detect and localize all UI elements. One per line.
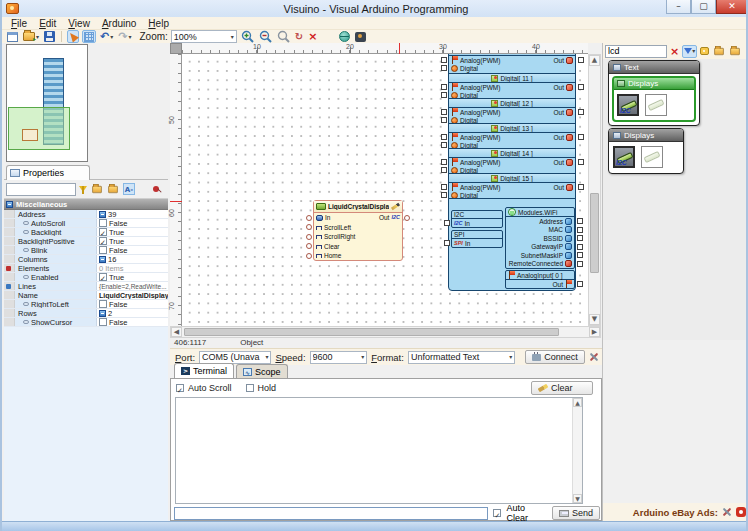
pin-scrollleft[interactable]: ScrollLeft — [324, 224, 351, 231]
scroll-thumb[interactable] — [184, 328, 559, 336]
digital-channel-block[interactable]: Digital[ 12 ] Analog(PWM)Out Digital — [448, 98, 576, 124]
checkbox-autoscroll-terminal[interactable] — [176, 384, 184, 392]
lcd-header[interactable]: LiquidCrystalDisplay1 — [314, 201, 402, 213]
pin-gatewayip[interactable]: GatewayIP — [531, 243, 563, 250]
pin-analog-pwm[interactable]: Analog(PWM) — [460, 84, 500, 91]
port-select[interactable]: COM5 (Unava▾ — [199, 351, 271, 364]
digital-channel-block[interactable]: Digital[ 11 ] Analog(PWM)Out Digital — [448, 73, 576, 99]
component-lcd[interactable] — [641, 146, 663, 168]
pin-panel-button[interactable] — [138, 183, 160, 196]
pin-out[interactable]: Out — [554, 184, 564, 191]
pin-analog-pwm[interactable]: Analog(PWM) — [460, 109, 500, 116]
pin-in[interactable]: In — [325, 214, 330, 221]
component-lcd[interactable] — [645, 94, 667, 116]
digital-channel-block[interactable]: Digital[ 14 ] Analog(PWM)Out Digital — [448, 148, 576, 174]
lcd-pin-row[interactable]: Clear — [314, 242, 402, 252]
serial-tools-icon[interactable] — [589, 352, 598, 362]
terminal-output[interactable]: ▲ ▼ — [175, 397, 583, 504]
design-canvas[interactable]: LiquidCrystalDisplay1 In Out I2C ScrollL… — [182, 54, 588, 326]
scroll-up-arrow[interactable]: ▲ — [589, 55, 600, 66]
tag-view-button[interactable] — [699, 45, 710, 58]
collapse-group-icon[interactable] — [6, 201, 13, 208]
zoom-out-button[interactable] — [258, 30, 273, 43]
canvas-vertical-scrollbar[interactable]: ▲ ▼ — [588, 54, 601, 326]
pin-out[interactable]: Out — [554, 84, 564, 91]
scroll-thumb[interactable] — [590, 193, 599, 273]
pin-address[interactable]: Address — [539, 218, 563, 225]
spi-subblock[interactable]: SPI SPIIn — [451, 230, 503, 248]
property-group-header[interactable]: Miscellaneous — [4, 199, 168, 210]
tab-terminal[interactable]: > Terminal — [174, 363, 234, 378]
pin-remoteconnected[interactable]: RemoteConnected — [509, 260, 563, 267]
web-help-button[interactable] — [338, 30, 351, 43]
lcd-pin-row[interactable]: ScrollLeft — [314, 223, 402, 233]
arduino-board-section[interactable]: I2C I2CIn SPI SPIIn Modules.WiFi Address… — [448, 198, 576, 291]
refresh-button[interactable]: ↻ — [294, 30, 304, 43]
menu-help[interactable]: Help — [143, 17, 174, 29]
pin-analog-pwm[interactable]: Analog(PWM) — [460, 184, 500, 191]
component-lcd-i2c[interactable]: I2C — [617, 94, 639, 116]
menu-file[interactable]: File — [6, 17, 32, 29]
speed-select[interactable]: 9600▾ — [310, 351, 368, 364]
digital-channel-block[interactable]: Digital[ 13 ] Analog(PWM)Out Digital — [448, 123, 576, 149]
pin-analog-pwm[interactable]: Analog(PWM) — [460, 134, 500, 141]
send-input[interactable] — [174, 507, 488, 520]
categorize-button[interactable]: A-Z — [122, 183, 136, 196]
tab-scope[interactable]: ∿ Scope — [236, 364, 288, 378]
lcd-component[interactable]: LiquidCrystalDisplay1 In Out I2C ScrollL… — [313, 200, 403, 261]
expander-icon[interactable] — [99, 211, 106, 218]
checkbox-autoclear[interactable] — [493, 509, 501, 517]
menu-edit[interactable]: Edit — [34, 17, 61, 29]
properties-filter-input[interactable] — [6, 183, 76, 196]
pin-subnetmaskip[interactable]: SubnetMaskIP — [521, 252, 563, 259]
expand-categories-button[interactable] — [712, 45, 726, 58]
pin-mac[interactable]: MAC — [549, 226, 563, 233]
filter-button[interactable] — [78, 183, 88, 196]
open-button[interactable]: ▸▾ — [22, 30, 40, 43]
zoom-combobox[interactable]: 100%▾ — [171, 30, 237, 43]
component-lcd-i2c[interactable]: I2C — [613, 146, 635, 168]
checkbox-autoscroll[interactable] — [99, 219, 107, 227]
pin-clear[interactable]: Clear — [324, 243, 340, 250]
pin-spi-in[interactable]: In — [465, 240, 470, 247]
undo-button[interactable]: ↶▾ — [99, 30, 114, 43]
toolbox-settings-button[interactable] — [744, 45, 748, 58]
media-button[interactable] — [354, 30, 367, 43]
pin-out[interactable]: Out — [554, 57, 564, 64]
pin-bssid[interactable]: BSSID — [543, 235, 563, 242]
scroll-up-arrow[interactable]: ▲ — [573, 398, 582, 407]
edit-pencil-icon[interactable] — [391, 203, 400, 211]
menu-view[interactable]: View — [63, 17, 95, 29]
filter-mode-button[interactable]: ▾ — [682, 45, 697, 58]
scroll-down-arrow[interactable]: ▼ — [589, 314, 600, 325]
scroll-left-arrow[interactable]: ◀ — [171, 327, 182, 337]
send-button[interactable]: Send — [552, 506, 600, 520]
category-text[interactable]: Text Displays I2C — [608, 60, 700, 126]
minimap-viewport[interactable] — [8, 107, 70, 150]
pin-analog-pwm[interactable]: Analog(PWM) — [460, 159, 500, 166]
zoom-in-button[interactable] — [240, 30, 255, 43]
select-tool-button[interactable] — [67, 30, 79, 43]
checkbox-righttoleft[interactable] — [99, 300, 107, 308]
design-minimap[interactable] — [6, 44, 88, 162]
save-button[interactable] — [43, 30, 56, 43]
ads-tools-icon[interactable] — [722, 507, 732, 517]
collapse-categories-button[interactable] — [728, 45, 742, 58]
toolbox-search-input[interactable] — [605, 45, 667, 58]
redo-button[interactable]: ↷▾ — [117, 30, 132, 43]
checkbox-backlightpositive[interactable] — [99, 237, 107, 245]
pin-analog-out[interactable]: Out — [553, 281, 563, 288]
digital-channel-block[interactable]: Digital[ 15 ] Analog(PWM)Out Digital — [448, 173, 576, 199]
subcategory-displays[interactable]: Displays I2C — [612, 76, 696, 122]
category-displays[interactable]: Displays I2C — [608, 128, 684, 174]
checkbox-showcursor[interactable] — [99, 318, 107, 326]
terminal-scrollbar[interactable]: ▲ ▼ — [572, 398, 582, 503]
wifi-subblock[interactable]: Modules.WiFi Address MAC BSSID GatewayIP… — [505, 207, 575, 269]
lcd-pin-row[interactable]: In Out I2C — [314, 213, 402, 223]
tab-properties[interactable]: Properties — [6, 165, 90, 180]
pin-out[interactable]: Out — [379, 214, 389, 221]
connect-button[interactable]: Connect — [525, 350, 585, 364]
checkbox-enabled[interactable] — [99, 273, 107, 281]
pin-scrollright[interactable]: ScrollRight — [324, 233, 355, 240]
delete-button[interactable]: × — [307, 30, 318, 43]
